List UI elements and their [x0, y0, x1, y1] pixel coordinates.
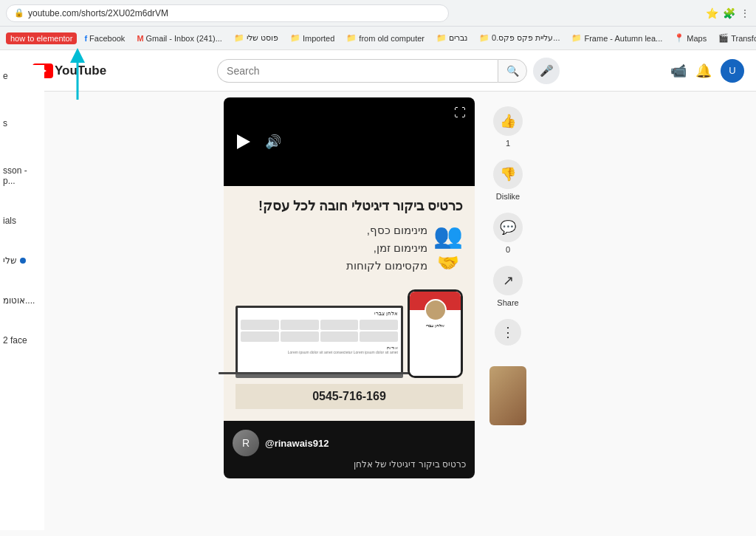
bookmark-imported[interactable]: 📁 Imported	[286, 32, 339, 44]
laptop-base	[236, 372, 403, 378]
sidebar-partial-item-7: 2 face	[3, 335, 41, 346]
play-button[interactable]	[233, 131, 255, 153]
video-description: כרטיס ביקור דיגיטלי של אלחן	[233, 459, 466, 470]
bookmark-old-computer[interactable]: 📁 from old computer	[342, 32, 429, 44]
comments-icon: 💬	[500, 219, 516, 236]
bookmark-frame[interactable]: 📁 Frame - Autumn lea...	[567, 32, 667, 44]
mic-button[interactable]: 🎤	[533, 58, 560, 84]
maps-icon: 📍	[674, 33, 684, 43]
laptop-grid	[241, 320, 398, 342]
video-player-section: 🔊 ⛶	[224, 97, 475, 186]
more-icon: ⋮	[501, 324, 515, 340]
like-button[interactable]: 👍 1	[493, 106, 523, 148]
bookmark-nbrim[interactable]: 📁 נברים	[432, 32, 472, 44]
laptop-cell-5	[241, 331, 279, 342]
laptop-screen: אלחן צברי	[236, 306, 403, 372]
bookmark-elementor-label: how to elementor	[10, 34, 72, 43]
more-options-button[interactable]: ⋮	[495, 319, 521, 346]
bookmark-facebook[interactable]: f Facebook	[80, 32, 129, 44]
search-bar-area: 🔍 🎤	[118, 58, 659, 84]
star-icon[interactable]: ⭐	[706, 7, 718, 19]
next-short-thumbnail[interactable]	[489, 366, 526, 425]
search-button[interactable]: 🔍	[498, 59, 527, 83]
card-phone-number: 0545-716-169	[236, 384, 463, 409]
bookmark-fax[interactable]: 📁 עליית פקס פקס.0...	[475, 32, 564, 44]
bookmark-imported-label: Imported	[303, 34, 334, 43]
volume-button[interactable]: 🔊	[265, 134, 281, 150]
shorts-thumbnail-strip	[489, 357, 526, 425]
shorts-player: 🔊 ⛶ כרטיס ביקור דיגיטלי חובה לכל עסק!	[224, 97, 475, 530]
youtube-main: e s sson - p... ials שלי אוטומ.... 2 fac…	[0, 92, 756, 536]
left-sidebar-partial: e s sson - p... ials שלי אוטומ.... 2 fac…	[0, 92, 44, 530]
mic-icon: 🎤	[540, 64, 554, 78]
bookmark-gmail[interactable]: M Gmail - Inbox (241)...	[132, 32, 227, 44]
folder-icon-3: 📁	[346, 33, 357, 43]
gmail-icon: M	[137, 34, 143, 43]
fullscreen-button[interactable]: ⛶	[454, 106, 466, 120]
shorts-user-avatar: R	[233, 430, 259, 456]
bookmark-maps[interactable]: 📍 Maps	[670, 32, 711, 44]
video-camera-icon[interactable]: 📹	[670, 63, 687, 79]
laptop-cell-6	[281, 331, 319, 342]
laptop-text-content: Lorem ipsum dolor sit amet consectetur L…	[241, 350, 398, 355]
bookmark-nbrim-label: נברים	[449, 33, 467, 43]
play-icon	[237, 134, 250, 149]
search-input-wrap: 🔍	[217, 59, 527, 83]
bookmark-old-label: from old computer	[359, 34, 425, 43]
laptop-cell-8	[360, 331, 398, 342]
share-icon: ↗	[503, 272, 514, 289]
bookmark-post-label: פוסט שלי	[247, 33, 278, 43]
laptop-cell-7	[320, 331, 359, 342]
bookmarks-bar: how to elementor f Facebook M Gmail - In…	[0, 27, 756, 50]
video-controls: 🔊	[233, 131, 281, 153]
laptop-section-label: אודות	[241, 345, 398, 350]
subtitle-line-1: מינימום כסף,	[367, 224, 427, 236]
dislike-icon-circle: 👎	[493, 159, 523, 189]
url-text: youtube.com/shorts/2XU02m6drVM	[28, 8, 168, 18]
more-icon[interactable]: ⋮	[740, 7, 750, 19]
header-right-icons: 📹 🔔 U	[670, 59, 744, 83]
transformers-icon: 🎬	[718, 33, 729, 43]
like-icon: 👍	[500, 113, 516, 129]
folder-icon-2: 📁	[290, 33, 300, 43]
sidebar-partial-item-2: s	[3, 118, 41, 128]
phone-screen: אלחן צברי	[410, 292, 461, 376]
user-avatar-button[interactable]: U	[721, 59, 744, 83]
bookmark-maps-label: Maps	[687, 34, 707, 43]
shorts-user-row: R @rinawais912	[233, 430, 466, 456]
bookmark-post[interactable]: 📁 פוסט שלי	[230, 32, 283, 44]
folder-icon-6: 📁	[571, 33, 582, 43]
lock-icon: 🔒	[14, 8, 24, 18]
dislike-icon: 👎	[500, 166, 516, 182]
dislike-button[interactable]: 👎 Dislike	[493, 159, 523, 201]
sidebar-partial-item-5: שלי	[3, 255, 17, 266]
like-icon-circle: 👍	[493, 106, 523, 136]
shorts-bottom-info: R @rinawais912 כרטיס ביקור דיגיטלי של אל…	[224, 421, 475, 478]
comments-icon-circle: 💬	[493, 213, 523, 242]
search-input[interactable]	[217, 59, 498, 83]
laptop-cell-4	[360, 320, 398, 330]
comments-button[interactable]: 💬 0	[493, 213, 523, 254]
sidebar-notification-dot	[20, 258, 26, 264]
dislike-label: Dislike	[496, 192, 520, 201]
yt-shorts-content: 🔊 ⛶ כרטיס ביקור דיגיטלי חובה לכל עסק!	[0, 92, 756, 536]
browser-topbar: 🔒 youtube.com/shorts/2XU02m6drVM ⭐ 🧩 ⋮	[0, 0, 756, 27]
facebook-icon: f	[84, 34, 87, 43]
bookmark-facebook-label: Facebook	[89, 34, 125, 43]
extension-icon[interactable]: 🧩	[723, 7, 735, 19]
notification-icon[interactable]: 🔔	[695, 63, 712, 79]
laptop-mockup: אלחן צברי	[236, 306, 403, 378]
phone-mockup: אלחן צברי	[408, 289, 463, 378]
search-icon: 🔍	[506, 65, 519, 77]
laptop-cell-2	[281, 320, 319, 330]
share-button[interactable]: ↗ Share	[493, 266, 523, 307]
bookmark-elementor[interactable]: how to elementor	[6, 32, 77, 44]
sidebar-partial-item-6: אוטומ....	[3, 295, 41, 306]
browser-nav-icons: ⭐ 🧩 ⋮	[706, 7, 750, 19]
hand-with-money-icon: 🤝	[437, 252, 459, 273]
address-bar[interactable]: 🔒 youtube.com/shorts/2XU02m6drVM	[6, 4, 449, 22]
folder-icon-1: 📁	[234, 33, 244, 43]
laptop-screen-name: אלחן צברי	[241, 311, 398, 317]
bookmark-transformers[interactable]: 🎬 Transformers Chara...	[714, 32, 756, 44]
laptop-cell-1	[241, 320, 279, 330]
